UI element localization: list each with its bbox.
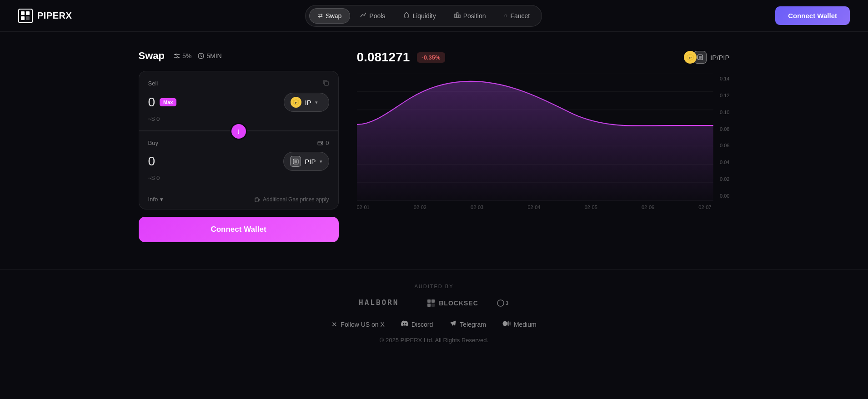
chart-wrapper: 0.14 0.12 0.10 0.08 0.06 0.04 0.02 0.00	[357, 74, 730, 201]
telegram-icon-svg	[449, 320, 457, 327]
x-label-02-02: 02-02	[414, 204, 426, 210]
pools-icon	[360, 12, 366, 20]
footer: AUDITED BY HALBORN BLOCKSEC 3 ✕ Fol	[0, 269, 868, 353]
sell-amount: 0	[148, 95, 156, 110]
nav-swap[interactable]: ⇄ Swap	[309, 8, 350, 24]
sell-section: Sell 0 Max	[139, 71, 338, 131]
buy-label-row: Buy 0	[148, 140, 329, 146]
info-chevron-icon: ▾	[160, 196, 163, 203]
halborn-logo-svg: HALBORN	[359, 297, 409, 307]
copyright: © 2025 PIPERX Ltd. All Rights Reserved.	[9, 337, 859, 344]
telegram-label: Telegram	[460, 321, 486, 328]
price-change-badge: -0.35%	[417, 52, 445, 63]
x-label-02-07: 02-07	[698, 204, 711, 210]
clock-icon	[198, 53, 204, 59]
swap-icon: ⇄	[318, 12, 323, 19]
chart-token-icons: IP	[684, 51, 707, 64]
audited-by-label: AUDITED BY	[9, 284, 859, 289]
twitter-icon: ✕	[331, 320, 337, 329]
svg-point-39	[507, 321, 509, 326]
connect-wallet-header-button[interactable]: Connect Wallet	[775, 6, 850, 25]
nav-faucet[interactable]: ○ Faucet	[496, 9, 538, 23]
x-label-02-04: 02-04	[527, 204, 540, 210]
svg-text:IP: IP	[689, 56, 692, 59]
social-links: ✕ Follow US on X Discord Telegram	[9, 320, 859, 329]
sell-usd-value: ~$ 0	[148, 115, 329, 122]
svg-text:IP: IP	[295, 101, 297, 104]
svg-text:HALBORN: HALBORN	[359, 298, 399, 307]
blocksec-icon	[427, 299, 435, 307]
logo: PIPERX	[18, 9, 72, 23]
svg-point-8	[177, 57, 178, 58]
svg-rect-16	[294, 160, 297, 163]
halborn-logo: HALBORN	[359, 297, 409, 309]
slippage-setting[interactable]: 5%	[174, 52, 191, 60]
telegram-link[interactable]: Telegram	[449, 320, 486, 329]
svg-text:3: 3	[506, 300, 509, 306]
buy-amount: 0	[148, 154, 156, 169]
position-icon	[454, 12, 461, 20]
chart-ip-icon: IP	[684, 51, 697, 64]
svg-rect-33	[431, 299, 435, 303]
c3-icon: 3	[497, 299, 509, 307]
chart-pip-icon-svg	[697, 54, 703, 60]
chart-token-info: IP IP/PIP	[684, 51, 730, 64]
svg-rect-0	[21, 11, 25, 15]
telegram-icon	[449, 320, 457, 329]
chart-pair-label: IP/PIP	[710, 54, 730, 61]
info-button[interactable]: Info ▾	[148, 196, 164, 203]
nav-pools[interactable]: Pools	[352, 8, 393, 23]
chart-price: 0.081271	[357, 50, 410, 65]
gas-icon	[255, 196, 261, 202]
chart-panel: 0.081271 -0.35% IP	[357, 50, 730, 210]
connect-wallet-main-button[interactable]: Connect Wallet	[139, 217, 339, 242]
chart-header: 0.081271 -0.35% IP	[357, 50, 730, 65]
swap-form: Sell 0 Max	[139, 71, 339, 209]
svg-point-40	[510, 322, 511, 326]
twitter-link[interactable]: ✕ Follow US on X	[331, 320, 384, 329]
header: PIPERX ⇄ Swap Pools Liquidity	[0, 0, 868, 32]
discord-link[interactable]: Discord	[401, 320, 433, 329]
main-nav: ⇄ Swap Pools Liquidity	[305, 5, 542, 27]
sell-token-chevron: ▾	[315, 100, 318, 105]
sell-amount-group: 0 Max	[148, 95, 279, 110]
svg-point-38	[502, 321, 507, 326]
y-label-0.04: 0.04	[712, 160, 730, 165]
buy-amount-row: 0 PIP ▾	[148, 152, 329, 171]
medium-icon	[502, 320, 511, 328]
pip-token-icon	[290, 156, 301, 167]
svg-rect-17	[255, 198, 258, 202]
buy-token-label: PIP	[305, 158, 316, 165]
max-button[interactable]: Max	[160, 98, 176, 106]
buy-balance-value: 0	[326, 140, 329, 146]
swap-panel: Swap 5%	[139, 50, 339, 242]
nav-position[interactable]: Position	[446, 8, 494, 23]
copy-icon[interactable]	[323, 80, 329, 87]
buy-balance-display: 0	[317, 140, 329, 146]
svg-rect-21	[699, 56, 702, 59]
buy-label-group: Buy	[148, 140, 158, 146]
swap-direction-button[interactable]: ↓	[230, 123, 247, 140]
time-setting[interactable]: 5MIN	[198, 52, 221, 60]
y-label-0.10: 0.10	[712, 110, 730, 115]
buy-token-selector[interactable]: PIP ▾	[283, 152, 329, 171]
time-value: 5MIN	[206, 52, 221, 60]
c3-logo: 3	[497, 299, 509, 307]
buy-label: Buy	[148, 140, 158, 146]
y-label-0.12: 0.12	[712, 93, 730, 98]
discord-icon	[401, 320, 408, 329]
medium-link[interactable]: Medium	[502, 320, 537, 328]
ip-token-icon: IP	[291, 97, 301, 108]
x-label-02-01: 02-01	[357, 204, 370, 210]
y-label-0.00: 0.00	[712, 193, 730, 199]
pip-icon-svg	[293, 159, 299, 165]
gas-label: Additional Gas prices apply	[263, 196, 329, 203]
nav-liquidity[interactable]: Liquidity	[395, 8, 444, 23]
y-label-0.08: 0.08	[712, 126, 730, 132]
swap-title: Swap	[139, 50, 165, 62]
swap-title-row: Swap 5%	[139, 50, 339, 62]
info-label: Info	[148, 196, 158, 203]
sell-token-selector[interactable]: IP IP ▾	[284, 93, 329, 112]
chart-ip-icon-svg: IP	[687, 54, 694, 61]
swap-container: Swap 5%	[139, 50, 730, 242]
